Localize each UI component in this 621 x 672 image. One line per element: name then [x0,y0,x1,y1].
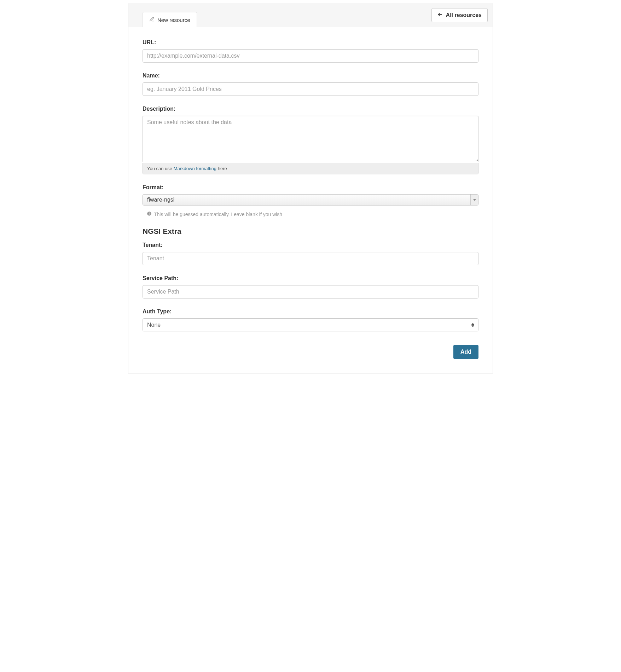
description-label: Description: [143,106,478,112]
tenant-label: Tenant: [143,242,478,248]
info-icon [147,211,152,217]
tenant-group: Tenant: [143,242,478,265]
auth-type-group: Auth Type: None [143,308,478,331]
format-helper: This will be guessed automatically. Leav… [143,211,478,217]
auth-type-select[interactable]: None [143,318,478,331]
name-label: Name: [143,73,478,79]
format-label: Format: [143,184,478,191]
description-textarea[interactable] [143,116,478,162]
url-input[interactable] [143,49,478,63]
all-resources-button[interactable]: All resources [431,8,488,22]
format-input[interactable] [143,194,478,205]
description-group: Description: You can use Markdown format… [143,106,478,174]
svg-rect-3 [149,213,149,213]
all-resources-label: All resources [446,12,482,18]
auth-type-label: Auth Type: [143,308,478,315]
format-helper-text: This will be guessed automatically. Leav… [154,212,282,217]
markdown-hint: You can use Markdown formatting here [143,163,478,174]
format-group: Format: This will be guessed automatical… [143,184,478,217]
form-area: URL: Name: Description: You can use Mark… [128,27,493,373]
ngsi-heading: NGSI Extra [143,227,478,236]
tab-new-resource[interactable]: New resource [143,12,197,27]
service-path-group: Service Path: [143,275,478,299]
actions-row: Add [143,345,478,359]
add-button[interactable]: Add [453,345,478,359]
hint-prefix: You can use [147,166,174,171]
url-group: URL: [143,39,478,63]
tenant-input[interactable] [143,252,478,265]
markdown-link[interactable]: Markdown formatting [174,166,216,171]
edit-icon [149,17,155,23]
svg-rect-2 [149,213,149,215]
tab-label: New resource [157,17,190,23]
header-bar: New resource All resources [128,3,493,27]
arrow-left-icon [437,12,442,18]
format-combobox[interactable] [143,194,478,205]
name-input[interactable] [143,82,478,96]
name-group: Name: [143,73,478,96]
hint-suffix: here [216,166,227,171]
service-path-input[interactable] [143,285,478,299]
auth-type-select-wrap: None [143,318,478,331]
service-path-label: Service Path: [143,275,478,282]
page-container: New resource All resources URL: Name: De… [128,3,493,373]
url-label: URL: [143,39,478,46]
